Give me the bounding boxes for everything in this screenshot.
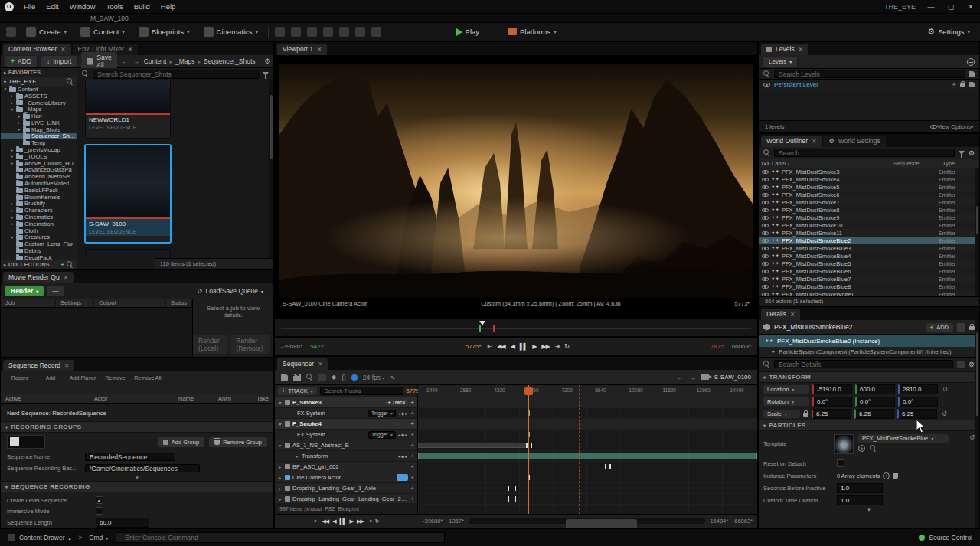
- tree-folder[interactable]: BasicLFPack: [1, 187, 77, 194]
- use-selected-icon[interactable]: ⌖: [858, 445, 865, 452]
- track-plus-icon[interactable]: +: [410, 453, 414, 459]
- tree-folder[interactable]: ▸ Creatures: [1, 234, 77, 241]
- sequence-column-header[interactable]: Sequence: [893, 160, 939, 167]
- active-shot-name[interactable]: S-SAW_0100: [714, 374, 751, 381]
- type-column-header[interactable]: Type: [942, 160, 976, 167]
- location-dropdown[interactable]: Location: [763, 385, 809, 394]
- outliner-row[interactable]: ✦✦ PFX_MistDustSmokeWhite1 Emitter: [759, 290, 975, 296]
- blueprint-icon[interactable]: [957, 323, 965, 332]
- view-options-button[interactable]: View Options: [937, 123, 971, 130]
- gear-icon[interactable]: ⚙: [969, 149, 975, 157]
- lock-icon[interactable]: [960, 83, 965, 87]
- close-icon[interactable]: ✕: [317, 46, 322, 53]
- breadcrumb-item[interactable]: Sequencer_Shots: [194, 57, 255, 65]
- nav-forward-icon[interactable]: →: [688, 374, 695, 381]
- visibility-eye-icon[interactable]: [762, 170, 769, 174]
- save-level-icon[interactable]: [969, 82, 975, 87]
- tree-folder[interactable]: ▸ _previsMocap: [1, 146, 77, 153]
- visibility-eye-icon[interactable]: [762, 208, 769, 212]
- timeline-ruler[interactable]: 1440288043205760720086401008011520129601…: [418, 385, 757, 397]
- create-level-sequence-checkbox[interactable]: ✓: [96, 496, 103, 504]
- transport-button-icon[interactable]: ▌▌: [520, 343, 527, 350]
- component-row[interactable]: ✦ ParticleSystemComponent (ParticleSyste…: [759, 347, 979, 358]
- asset-tile[interactable]: NEWWORLD1 LEVEL SEQUENCE: [85, 80, 171, 139]
- scrubber-playhead-icon[interactable]: [479, 321, 485, 325]
- sequencer-track[interactable]: ▾ P_Smoke3 ◂◆▸ + Track +: [275, 397, 417, 408]
- menu-item[interactable]: Help: [155, 2, 181, 11]
- location-z-field[interactable]: [898, 384, 938, 394]
- cinematics-button[interactable]: Cinematics▾: [200, 25, 263, 38]
- outliner-row[interactable]: ✦✦ PFX_MistDustSmoke7 Emitter: [759, 198, 975, 206]
- close-icon[interactable]: ✕: [799, 46, 803, 53]
- recording-group-thumbnail[interactable]: [7, 435, 45, 449]
- outliner-row[interactable]: ✦✦ PFX_MistDustSmokeBlue3 Emitter: [759, 244, 975, 252]
- cmd-selector[interactable]: >_ Cmd ▾: [79, 534, 109, 541]
- camera-cut-scrubber[interactable]: [274, 318, 758, 337]
- close-icon[interactable]: ✕: [64, 274, 68, 281]
- asset-scrollbar[interactable]: [270, 80, 273, 258]
- recorder-button[interactable]: Remove All: [134, 374, 161, 381]
- menu-item[interactable]: Tools: [100, 2, 128, 11]
- filter-funnel-icon[interactable]: [263, 72, 269, 76]
- display-filter-icon[interactable]: [957, 361, 965, 368]
- outliner-row[interactable]: ✦✦ PFX_MistDustSmoke4 Emitter: [759, 175, 975, 183]
- seq-view-start[interactable]: 1367*: [449, 518, 464, 525]
- track-plus-icon[interactable]: +: [410, 463, 414, 470]
- visibility-eye-icon[interactable]: [762, 239, 769, 243]
- seconds-before-inactive-field[interactable]: [837, 483, 883, 493]
- tree-folder[interactable]: DecalPack: [1, 254, 77, 260]
- visibility-column-icon[interactable]: [762, 162, 769, 165]
- rotation-y-field[interactable]: [855, 397, 895, 407]
- breadcrumb-item[interactable]: _Maps: [166, 57, 194, 65]
- track-lane[interactable]: [418, 397, 757, 408]
- expand-advanced-icon[interactable]: ▾: [1, 474, 273, 481]
- outliner-row[interactable]: ✦✦ PFX_MistDustSmoke8 Emitter: [759, 206, 975, 214]
- tree-folder[interactable]: ▸ _TOOLS: [1, 153, 77, 160]
- close-icon[interactable]: ✕: [64, 362, 69, 369]
- sequencer-track[interactable]: FX System Trigger ◂◆▸ +: [275, 430, 417, 440]
- close-icon[interactable]: ✕: [790, 311, 795, 318]
- reset-to-default-icon[interactable]: ↺: [942, 410, 947, 417]
- mrq-column[interactable]: Job: [1, 299, 56, 307]
- tree-folder[interactable]: Custom_Lens_Flar: [1, 240, 77, 247]
- curve-editor-icon[interactable]: ∿: [390, 374, 395, 381]
- transport-button-icon[interactable]: ◀◀: [497, 343, 505, 350]
- menu-item[interactable]: Build: [129, 2, 155, 11]
- recorder-button[interactable]: Remove: [103, 374, 126, 381]
- transport-button-icon[interactable]: ⇤: [488, 343, 492, 350]
- close-icon[interactable]: ✕: [318, 361, 322, 368]
- tab-movie-render-queue[interactable]: Movie Render Qu✕: [3, 272, 74, 283]
- immersive-mode-checkbox[interactable]: [96, 507, 103, 515]
- tree-folder[interactable]: ▸ Cinematics: [1, 214, 77, 221]
- visibility-eye-icon[interactable]: [762, 224, 769, 227]
- minimize-button[interactable]: —: [926, 3, 936, 11]
- tree-folder[interactable]: ▸ Map_Shots: [1, 126, 77, 133]
- keyframe-options-icon[interactable]: ◆: [332, 374, 336, 381]
- lock-icon[interactable]: [969, 326, 975, 330]
- outliner-row[interactable]: ✦✦ PFX_MistDustSmoke10 Emitter: [759, 221, 975, 229]
- tab-sequencer[interactable]: Sequencer✕: [277, 358, 328, 370]
- visibility-eye-icon[interactable]: [762, 216, 769, 220]
- sequencer-track[interactable]: ▾ AS_1_NS_Abstract_B ◂◆▸ +: [275, 440, 417, 451]
- visibility-eye-icon[interactable]: [762, 285, 769, 289]
- track-lane[interactable]: [418, 451, 757, 462]
- track-lane[interactable]: [418, 483, 757, 494]
- track-lane[interactable]: [418, 472, 757, 483]
- save-icon[interactable]: [969, 71, 975, 77]
- recorder-button[interactable]: Record: [8, 374, 31, 381]
- add-button[interactable]: +ADD: [5, 56, 37, 67]
- reset-to-default-icon[interactable]: ↺: [942, 386, 948, 393]
- add-track-button[interactable]: +TRACK▾: [278, 387, 317, 395]
- transport-button-icon[interactable]: ⇥: [368, 518, 371, 525]
- render-remote-button[interactable]: Render (Remote): [230, 335, 270, 354]
- location-y-field[interactable]: [855, 384, 895, 394]
- details-search-input[interactable]: [774, 360, 953, 368]
- outliner-row[interactable]: ✦✦ PFX_MistDustSmoke5 Emitter: [759, 183, 975, 191]
- reset-to-default-icon[interactable]: ↺: [969, 434, 975, 441]
- tree-folder[interactable]: ▸ ASSETS: [1, 93, 77, 100]
- recording-groups-header[interactable]: ▾RECORDING GROUPS: [1, 421, 273, 433]
- foliage-mode-icon[interactable]: [307, 27, 317, 37]
- project-root-row[interactable]: ▾THE_EYE: [1, 77, 77, 86]
- outliner-row[interactable]: ✦✦ PFX_MistDustSmokeBlue8 Emitter: [759, 283, 975, 290]
- tree-folder[interactable]: AutomotiveMateri: [1, 180, 77, 187]
